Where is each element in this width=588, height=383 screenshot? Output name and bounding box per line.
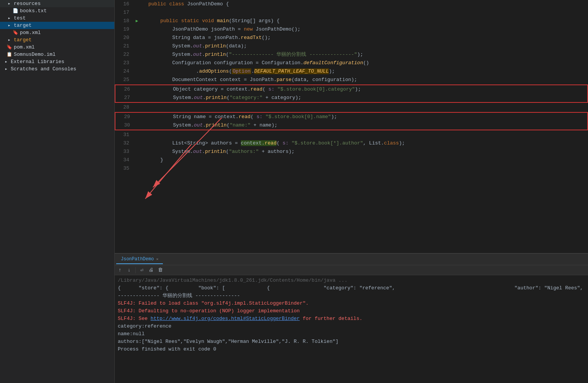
code-content: System.out.println("name:" + name); <box>148 121 587 130</box>
line-number: 29 <box>115 113 134 121</box>
code-line-30: 30 System.out.println("name:" + name); <box>115 121 587 130</box>
console-line-slf4j-1: SLF4J: Failed to load class "org.slf4j.i… <box>118 300 585 307</box>
line-number: 21 <box>115 42 133 50</box>
console-tab-jsonpathdemo[interactable]: JsonPathDemo ✕ <box>116 255 163 264</box>
line-number: 32 <box>115 139 133 148</box>
line-number: 34 <box>115 156 133 164</box>
scroll-down-button[interactable]: ↓ <box>125 266 133 274</box>
code-line-16: 16 public class JsonPathDemo { <box>115 0 588 8</box>
console-line-authors: authors:["Nigel Rees","Evelyn Waugh","He… <box>118 338 585 346</box>
xml-file-icon: 🔖 <box>6 44 12 50</box>
code-line-33: 33 System.out.println("authors:" + autho… <box>115 148 588 156</box>
code-line-29: 29 String name = context.read( s: "$.sto… <box>115 113 587 121</box>
sidebar-item-pom-xml-1[interactable]: 🔖 pom.xml <box>0 29 114 36</box>
library-icon: ▸ <box>3 59 9 65</box>
xml-file-icon: 🔖 <box>12 30 18 36</box>
code-editor[interactable]: 16 public class JsonPathDemo { 17 18 <box>115 0 588 173</box>
line-number: 35 <box>115 164 133 173</box>
code-content: System.out.println("authors:" + authors)… <box>147 148 588 156</box>
sidebar-item-label: SomnusDemo.iml <box>14 52 55 57</box>
soft-wrap-button[interactable]: ⏎ <box>138 266 146 274</box>
line-number: 22 <box>115 50 133 59</box>
code-content: String data = jsonPath.readTxt(); <box>147 34 588 42</box>
line-number: 28 <box>115 103 133 112</box>
folder-open-icon: ▸ <box>6 1 12 6</box>
line-number: 31 <box>115 131 133 139</box>
red-box-1: 26 Object category = context.read( s: "$… <box>115 84 588 103</box>
code-content: } <box>147 156 588 164</box>
editor-wrapper: 16 public class JsonPathDemo { 17 18 <box>115 0 588 253</box>
code-content: .addOptions(Option.DEFAULT_PATH_LEAF_TO_… <box>147 67 588 76</box>
line-number: 18 <box>115 17 133 25</box>
sidebar-item-target-root[interactable]: ▸ target <box>0 36 114 44</box>
code-line-18: 18 ▶ public static void main(String[] ar… <box>115 17 588 25</box>
code-content: String name = context.read( s: "$.store.… <box>148 113 587 121</box>
print-button[interactable]: 🖨 <box>147 266 155 274</box>
sidebar-item-label: target <box>14 23 32 28</box>
console-toolbar: ↑ ↓ ⏎ 🖨 🗑 <box>115 265 588 275</box>
line-number: 16 <box>115 0 133 8</box>
line-number: 20 <box>115 34 133 42</box>
line-number: 17 <box>115 8 133 17</box>
sidebar-item-label: test <box>14 15 26 21</box>
sidebar-item-label: pom.xml <box>14 44 35 50</box>
iml-file-icon: 📋 <box>6 52 12 57</box>
separator <box>135 267 136 273</box>
sidebar-item-label: books.txt <box>20 8 47 14</box>
line-number: 33 <box>115 148 133 156</box>
scroll-up-button[interactable]: ↑ <box>116 266 124 274</box>
run-button[interactable]: ▶ <box>136 17 138 25</box>
code-line-21: 21 System.out.println(data); <box>115 42 588 50</box>
sidebar-item-external-libs[interactable]: ▸ External Libraries <box>0 58 114 65</box>
sidebar-item-test[interactable]: ▸ test <box>0 15 114 22</box>
console-line-name: name:null <box>118 330 585 338</box>
code-line-24: 24 .addOptions(Option.DEFAULT_PATH_LEAF_… <box>115 67 588 76</box>
code-content: System.out.println(data); <box>147 42 588 50</box>
console-line-slf4j-3: SLF4J: See http://www.slf4j.org/codes.ht… <box>118 315 585 323</box>
sidebar-item-somnus-demo[interactable]: 📋 SomnusDemo.iml <box>0 51 114 58</box>
folder-icon: ▸ <box>6 37 12 43</box>
sidebar-item-pom-xml-2[interactable]: 🔖 pom.xml <box>0 44 114 51</box>
code-line-35: 35 <box>115 164 588 173</box>
console-line-json: { "store": { "book": [ { "category": "re… <box>118 284 585 292</box>
code-content: List<String> authors = context.read( s: … <box>147 139 588 148</box>
console-line-category: category:reference <box>118 323 585 330</box>
sidebar-item-label: resources <box>14 1 41 6</box>
code-content: Object category = context.read( s: "$.st… <box>148 85 587 94</box>
line-number: 23 <box>115 59 133 67</box>
file-icon: 📄 <box>12 8 18 14</box>
run-gutter[interactable]: ▶ <box>133 17 141 25</box>
scratches-icon: ▸ <box>3 66 9 72</box>
line-number: 26 <box>115 85 134 94</box>
code-line-17: 17 <box>115 8 588 17</box>
line-number: 25 <box>115 76 133 84</box>
sidebar-item-label: Scratches and Consoles <box>11 66 76 72</box>
line-number: 30 <box>115 121 134 130</box>
code-line-28: 28 <box>115 103 588 112</box>
code-line-23: 23 Configuration configuration = Configu… <box>115 59 588 67</box>
sidebar-item-label: External Libraries <box>11 59 64 65</box>
console-line-divider: -------------- 华丽的分割线 --------------- <box>118 292 585 300</box>
close-tab-button[interactable]: ✕ <box>156 257 158 261</box>
code-line-34: 34 } <box>115 156 588 164</box>
console-line-exit: Process finished with exit code 0 <box>118 346 585 353</box>
sidebar-item-resources[interactable]: ▸ resources <box>0 0 114 7</box>
main-area: 16 public class JsonPathDemo { 17 18 <box>115 0 588 383</box>
console-output[interactable]: /Library/Java/JavaVirtualMachines/jdk1.8… <box>115 275 588 383</box>
console-tab-label: JsonPathDemo <box>121 256 154 262</box>
code-content: public static void main(String[] args) { <box>147 17 588 25</box>
slf4j-link[interactable]: http://www.slf4j.org/codes.html#StaticLo… <box>151 316 300 321</box>
sidebar-item-books-txt[interactable]: 📄 books.txt <box>0 7 114 15</box>
code-line-22: 22 System.out.println("-------------- 华丽… <box>115 50 588 59</box>
folder-icon: ▸ <box>6 23 12 28</box>
line-number: 24 <box>115 67 133 76</box>
sidebar-item-scratches[interactable]: ▸ Scratches and Consoles <box>0 65 114 73</box>
sidebar-item-target[interactable]: ▸ target <box>0 22 114 29</box>
code-line-27: 27 System.out.println("category:" + cate… <box>115 94 587 102</box>
line-number: 19 <box>115 25 133 34</box>
clear-button[interactable]: 🗑 <box>156 266 164 274</box>
code-content: JsonPathDemo jsonPath = new JsonPathDemo… <box>147 25 588 34</box>
console-line-slf4j-2: SLF4J: Defaulting to no-operation (NOP) … <box>118 307 585 315</box>
folder-icon: ▸ <box>6 15 12 21</box>
code-content: public class JsonPathDemo { <box>147 0 588 8</box>
